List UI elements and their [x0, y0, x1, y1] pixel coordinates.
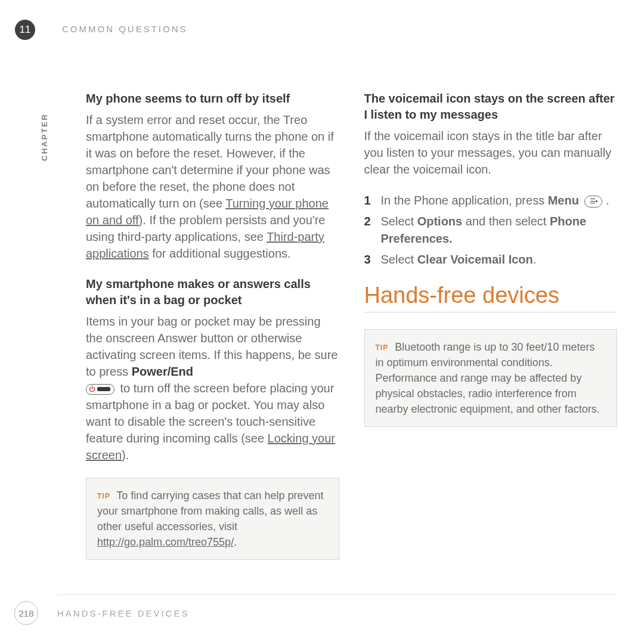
step-number: 3: [364, 251, 381, 268]
section-rule: [364, 312, 618, 312]
text: for additional suggestions.: [149, 247, 291, 260]
menu-icon: ☰•: [584, 196, 602, 208]
tip-box-bluetooth: TIP Bluetooth range is up to 30 feet/10 …: [364, 329, 618, 427]
link-palm-url[interactable]: http://go.palm.com/treo755p/: [97, 536, 234, 548]
footer: 218 HANDS-FREE DEVICES: [14, 601, 190, 625]
tip-text: To find carrying cases that can help pre…: [97, 490, 324, 532]
page-number: 218: [18, 608, 33, 618]
step-text: Select Options and then select Phone Pre…: [381, 213, 618, 247]
page: 11 COMMON QUESTIONS CHAPTER My phone see…: [0, 0, 644, 644]
bold-menu: Menu: [548, 194, 579, 207]
section-title-hands-free: Hands-free devices: [364, 283, 618, 308]
heading-voicemail-icon: The voicemail icon stays on the screen a…: [364, 91, 618, 123]
text: If a system error and reset occur, the T…: [86, 113, 334, 210]
left-column: My phone seems to turn off by itself If …: [86, 91, 339, 560]
chapter-number-badge: 11: [15, 20, 35, 40]
tip-label: TIP: [376, 343, 389, 352]
step-number: 1: [364, 192, 381, 209]
tip-label: TIP: [97, 492, 110, 500]
right-column: The voicemail icon stays on the screen a…: [364, 91, 618, 560]
text: .: [602, 194, 609, 207]
text: ).: [122, 448, 129, 462]
bold-power-end: Power/End: [132, 365, 193, 378]
tip-text: Bluetooth range is up to 30 feet/10 mete…: [376, 341, 600, 415]
tip-text-end: .: [234, 536, 237, 548]
running-header: COMMON QUESTIONS: [62, 24, 188, 34]
power-end-icon: ⏻: [86, 384, 114, 395]
tip-box-accessories: TIP To find carrying cases that can help…: [86, 478, 339, 560]
step-text: In the Phone application, press Menu ☰• …: [381, 192, 618, 209]
paragraph-bag-pocket: Items in your bag or pocket may be press…: [86, 313, 339, 463]
step-number: 2: [364, 213, 381, 247]
chapter-label: CHAPTER: [40, 113, 49, 161]
heading-bag-pocket: My smartphone makes or answers calls whe…: [86, 276, 339, 308]
list-item: 2 Select Options and then select Phone P…: [364, 213, 618, 247]
text: Items in your bag or pocket may be press…: [86, 315, 338, 378]
steps-list: 1 In the Phone application, press Menu ☰…: [364, 192, 618, 268]
paragraph-phone-off: If a system error and reset occur, the T…: [86, 112, 339, 262]
chapter-number: 11: [20, 24, 31, 36]
paragraph-voicemail: If the voicemail icon stays in the title…: [364, 128, 618, 178]
content-columns: My phone seems to turn off by itself If …: [86, 91, 617, 560]
text: Select: [381, 215, 417, 228]
text: .: [533, 253, 537, 266]
text: and then select: [462, 215, 550, 228]
text: In the Phone application, press: [381, 194, 548, 207]
list-item: 1 In the Phone application, press Menu ☰…: [364, 192, 618, 209]
page-number-badge: 218: [14, 601, 38, 625]
bold-clear-vm: Clear Voicemail Icon: [417, 253, 533, 266]
footer-rule: [57, 595, 617, 595]
text: Select: [381, 253, 417, 266]
step-text: Select Clear Voicemail Icon.: [381, 251, 618, 268]
footer-title: HANDS-FREE DEVICES: [57, 608, 190, 618]
heading-phone-off: My phone seems to turn off by itself: [86, 91, 339, 107]
list-item: 3 Select Clear Voicemail Icon.: [364, 251, 618, 268]
bold-options: Options: [417, 215, 463, 228]
